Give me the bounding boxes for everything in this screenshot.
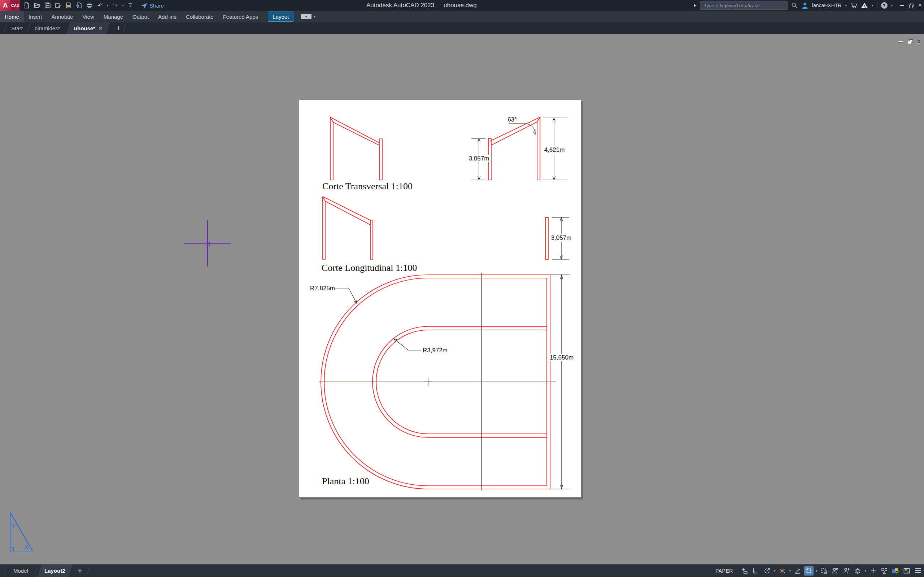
minimize-icon — [900, 5, 904, 6]
ribbon-tab-view[interactable]: View — [78, 11, 99, 23]
object-snap-tracking-icon — [794, 567, 801, 574]
customize-qat-button[interactable]: ▾ — [127, 3, 134, 8]
file-tab-bar: Start piramides* uhouse* ✕ + — [0, 23, 924, 34]
workspace-caret[interactable]: ▾ — [864, 569, 866, 573]
isometric-drafting-caret[interactable]: ▾ — [789, 569, 791, 573]
graphics-performance-button[interactable] — [891, 566, 900, 575]
annotation-visibility-button[interactable] — [830, 566, 840, 575]
selection-filtering-icon — [881, 567, 888, 574]
help-dropdown-caret[interactable]: ▾ — [891, 4, 893, 7]
workspace-switching-button[interactable] — [853, 566, 862, 575]
object-snap-caret[interactable]: ▾ — [816, 569, 817, 573]
save-icon — [44, 2, 51, 9]
undo-dropdown-caret[interactable]: ▾ — [107, 4, 109, 7]
ribbon-tab-annotate[interactable]: Annotate — [47, 11, 78, 23]
new-file-button[interactable] — [23, 2, 30, 9]
file-tab-start[interactable]: Start — [5, 23, 29, 34]
paper-space-button[interactable]: PAPER — [712, 568, 736, 574]
doc-minimize-button[interactable] — [898, 41, 903, 43]
restore-button[interactable] — [909, 3, 913, 8]
doc-restore-button[interactable] — [908, 39, 913, 44]
redo-icon: ↷ — [113, 3, 118, 9]
layout-canvas[interactable]: x — [0, 34, 924, 564]
object-snap-tracking-button[interactable] — [793, 566, 802, 575]
open-file-button[interactable] — [34, 2, 41, 9]
isolate-objects-button[interactable] — [868, 566, 878, 575]
isometric-drafting-icon — [779, 567, 786, 574]
file-tab-piramides[interactable]: piramides* — [29, 23, 66, 34]
quick-access-toolbar: A CAD — [0, 0, 164, 11]
autocad-logo[interactable]: A CAD — [0, 0, 20, 11]
dim-plan-height: 15,650m — [550, 354, 573, 361]
undo-button[interactable]: ↶ — [96, 2, 103, 9]
ribbon-minimize-button[interactable]: ▼ — [300, 14, 312, 19]
new-drawing-tab-button[interactable]: + — [113, 23, 124, 34]
search-expand-icon[interactable] — [694, 3, 696, 7]
annotation-autoscale-icon — [843, 567, 850, 574]
plus-icon — [869, 567, 877, 574]
polar-tracking-caret[interactable]: ▾ — [774, 569, 775, 573]
ribbon-tab-insert[interactable]: Insert — [24, 11, 47, 23]
annotation-autoscale-button[interactable] — [842, 566, 851, 575]
polar-tracking-button[interactable] — [762, 566, 772, 575]
layout2-tab[interactable]: Layout2 — [37, 564, 72, 577]
model-tab[interactable]: Model — [8, 564, 33, 577]
help-icon[interactable]: ? — [881, 2, 888, 9]
ortho-mode-button[interactable] — [751, 566, 761, 575]
minimize-button[interactable] — [900, 5, 904, 6]
ribbon-tab-home[interactable]: Home — [0, 11, 24, 23]
cart-icon[interactable] — [850, 2, 857, 9]
save-button[interactable] — [44, 2, 51, 9]
object-snap-button[interactable] — [804, 566, 814, 575]
user-avatar-icon[interactable] — [801, 2, 809, 9]
document-window-controls: x — [898, 38, 921, 45]
new-layout-button[interactable]: + — [74, 564, 85, 577]
redo-dropdown-caret[interactable]: ▾ — [122, 4, 124, 7]
customization-button[interactable] — [913, 566, 922, 575]
document-title: uhouse.dwg — [444, 2, 477, 9]
ribbon-minimize-caret[interactable]: ▾ — [313, 15, 315, 18]
autodesk-dropdown-caret[interactable]: ▾ — [872, 4, 874, 7]
file-tab-uhouse[interactable]: uhouse* ✕ — [66, 23, 110, 34]
ribbon-tab-collaborate[interactable]: Collaborate — [181, 11, 218, 23]
window-title: Autodesk AutoCAD 2023 uhouse.dwg — [366, 0, 477, 11]
doc-close-button[interactable]: x — [917, 38, 921, 45]
share-button[interactable]: Share — [141, 3, 164, 9]
search-icon[interactable] — [791, 2, 798, 9]
user-dropdown-caret[interactable]: ▾ — [845, 4, 847, 7]
print-button[interactable] — [86, 2, 93, 9]
plot-icon — [65, 2, 72, 9]
selection-filtering-button[interactable] — [880, 566, 889, 575]
search-input[interactable] — [703, 3, 784, 9]
qat-bar-icon — [129, 3, 132, 3]
new-file-icon — [23, 2, 30, 9]
print-icon — [86, 2, 93, 9]
export-button[interactable] — [76, 2, 82, 9]
status-tab-separator — [35, 567, 37, 574]
dim-radius-inner: R3,972m — [423, 347, 447, 354]
save-as-button[interactable] — [55, 2, 62, 9]
ribbon-tab-layout[interactable]: Layout — [268, 11, 294, 22]
snap-mode-button[interactable] — [740, 566, 749, 575]
clean-screen-button[interactable] — [902, 566, 911, 575]
ribbon-tab-manage[interactable]: Manage — [99, 11, 128, 23]
plot-button[interactable] — [65, 2, 72, 9]
share-plane-icon — [141, 3, 147, 9]
username-label[interactable]: lancaHXHTR — [812, 3, 842, 8]
save-as-icon — [55, 2, 61, 9]
autodesk-logo-icon[interactable] — [861, 2, 868, 9]
file-tab-close-icon[interactable]: ✕ — [99, 26, 102, 31]
ribbon-tab-addins[interactable]: Add-ins — [153, 11, 181, 23]
paper-sheet[interactable]: 63° 4,621m 3,057m 3,057m 15,650m R7,825m… — [299, 100, 581, 498]
autocad-window: A CAD — [0, 0, 924, 577]
ribbon-tab-bar: Home Insert Annotate View Manage Output … — [0, 11, 924, 23]
isometric-drafting-button[interactable] — [777, 566, 787, 575]
ribbon-tab-output[interactable]: Output — [128, 11, 153, 23]
ribbon-tab-featured-apps[interactable]: Featured Apps — [218, 11, 263, 23]
search-box — [700, 1, 788, 10]
redo-button[interactable]: ↷ — [112, 2, 119, 9]
label-corte-transversal: Corte Transversal 1:100 — [322, 181, 412, 192]
selection-cycling-button[interactable] — [819, 566, 829, 575]
close-button[interactable]: × — [918, 2, 922, 9]
doc-minimize-icon — [898, 41, 903, 43]
